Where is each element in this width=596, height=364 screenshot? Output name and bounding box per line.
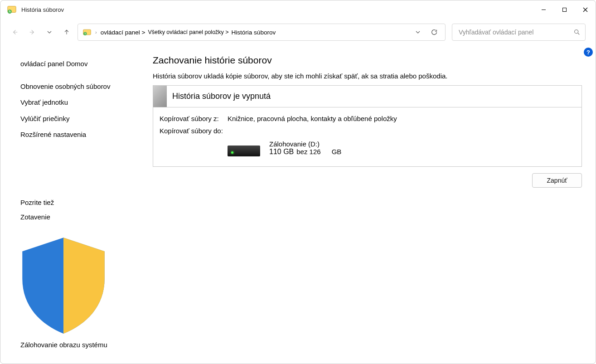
search-box[interactable] [452, 24, 586, 41]
drive-icon [228, 139, 260, 156]
button-row: Zapnúť [153, 173, 582, 188]
drive-name: Zálohovanie (D:) [269, 140, 341, 148]
copy-from-value: Knižnice, pracovná plocha, kontakty a ob… [228, 115, 397, 122]
refresh-button[interactable] [430, 28, 439, 37]
turn-on-button[interactable]: Zapnúť [532, 173, 582, 188]
svg-rect-3 [562, 8, 566, 11]
drive-text: Zálohovanie (D:) 110 GB bez 126 GB [269, 140, 341, 156]
app-icon [7, 5, 17, 15]
chevron-right-icon: › [95, 29, 97, 35]
see-also-system-image[interactable]: Zálohovanie obrazu systému [20, 225, 130, 353]
see-also-recovery[interactable]: Zotavenie [20, 209, 130, 225]
maximize-button[interactable] [554, 0, 575, 19]
shield-icon [9, 332, 118, 340]
see-also-label: Zotavenie [20, 213, 50, 221]
see-also-block: Pozrite tiež Zotavenie Zálohovanie obraz… [20, 196, 130, 358]
titlebar: História súborov [0, 0, 596, 19]
copy-from-label: Kopírovať súbory z: [160, 115, 228, 122]
drive-row: Zálohovanie (D:) 110 GB bez 126 GB [228, 139, 575, 156]
sidebar-link-advanced[interactable]: Rozšírené nastavenia [20, 126, 130, 143]
status-row: História súborov je vypnutá [153, 86, 581, 107]
content-area: ? ovládací panel Domov Obnovenie osobnýc… [0, 46, 596, 364]
close-button[interactable] [575, 0, 596, 19]
sidebar: ovládací panel Domov Obnovenie osobných … [0, 46, 136, 364]
sidebar-link-exclude-folders[interactable]: Vylúčiť priečinky [20, 111, 130, 127]
window-title: História súborov [21, 6, 64, 13]
page-title: Zachovanie histórie súborov [153, 55, 582, 66]
svg-point-8 [575, 30, 578, 34]
status-tile-icon [153, 86, 167, 107]
panel-body: Kopírovať súbory z: Knižnice, pracovná p… [153, 107, 581, 166]
up-button[interactable] [62, 28, 71, 37]
sidebar-link-restore[interactable]: Obnovenie osobných súborov [20, 78, 130, 95]
sidebar-link-select-drive[interactable]: Vybrať jednotku [20, 94, 130, 111]
breadcrumb-segment[interactable]: ovládací panel > [101, 29, 145, 36]
breadcrumb-segment[interactable]: Všetky ovládací panel položky > [148, 29, 228, 35]
drive-separator: bez 126 [296, 148, 320, 155]
copy-from-row: Kopírovať súbory z: Knižnice, pracovná p… [160, 115, 575, 122]
search-input[interactable] [459, 29, 573, 36]
copy-to-label: Kopírovať súbory do: [160, 127, 228, 135]
status-panel: História súborov je vypnutá Kopírovať sú… [153, 85, 582, 167]
search-icon [573, 29, 581, 36]
address-dropdown-button[interactable] [413, 28, 422, 37]
svg-line-9 [578, 33, 579, 34]
page-description: História súborov ukladá kópie súborov, a… [153, 72, 582, 80]
window-frame: História súborov [0, 0, 596, 364]
window-controls [533, 0, 596, 19]
drive-total-unit: GB [332, 148, 342, 155]
navbar: › ovládací panel > Všetky ovládací panel… [0, 19, 596, 46]
forward-button[interactable] [28, 28, 37, 37]
address-bar[interactable]: › ovládací panel > Všetky ovládací panel… [78, 24, 446, 41]
back-button[interactable] [10, 28, 19, 37]
recent-locations-button[interactable] [45, 28, 54, 37]
copy-to-row: Kopírovať súbory do: [160, 127, 575, 135]
nav-arrows [10, 28, 71, 37]
see-also-title: Pozrite tiež [20, 196, 130, 209]
sidebar-home-link[interactable]: ovládací panel Domov [20, 56, 130, 72]
folder-icon [82, 28, 92, 37]
breadcrumb-segment[interactable]: História súborov [232, 29, 276, 36]
status-text: História súborov je vypnutá [167, 92, 271, 101]
main-panel: Zachovanie histórie súborov História súb… [136, 46, 596, 364]
minimize-button[interactable] [533, 0, 554, 19]
see-also-label: Zálohovanie obrazu systému [20, 341, 107, 349]
drive-free: 110 GB [269, 148, 294, 156]
